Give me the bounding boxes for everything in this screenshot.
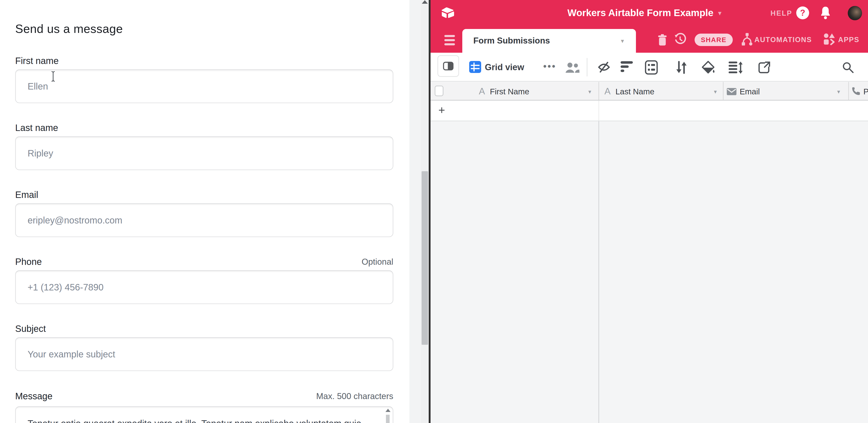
table-tab-label: Form Submissions <box>473 36 550 46</box>
email-icon <box>727 88 737 95</box>
sidebar-menu-button[interactable] <box>444 35 455 48</box>
group-icon[interactable] <box>645 60 658 74</box>
email-label: Email <box>15 190 38 200</box>
ibeam-cursor-icon <box>50 71 57 82</box>
contact-form-pane: Send us a message First name Last name E… <box>0 0 409 423</box>
textarea-scrollbar[interactable] <box>384 409 392 423</box>
airtable-pane: Workers Airtable Form Example ▾ HELP ? F… <box>431 0 868 423</box>
last-name-label: Last name <box>15 123 58 133</box>
toolbar-divider <box>587 58 587 77</box>
airtable-topbar: Workers Airtable Form Example ▾ HELP ? <box>431 0 868 27</box>
column-caret-icon[interactable]: ▾ <box>588 88 591 95</box>
search-icon[interactable] <box>842 61 854 73</box>
help-button[interactable]: HELP <box>771 9 792 18</box>
sort-icon[interactable] <box>675 61 688 74</box>
first-name-label: First name <box>15 56 59 66</box>
trash-icon[interactable] <box>657 34 668 47</box>
column-divider <box>723 82 723 100</box>
automations-icon[interactable] <box>742 32 752 47</box>
base-title[interactable]: Workers Airtable Form Example <box>567 7 713 19</box>
column-divider <box>598 82 599 100</box>
column-caret-icon[interactable]: ▾ <box>714 88 717 95</box>
browser-scrollbar[interactable] <box>421 0 429 423</box>
row-height-icon[interactable] <box>728 61 743 74</box>
view-name[interactable]: Grid view <box>485 62 524 72</box>
sidebar-toggle-icon <box>443 62 454 70</box>
message-label: Message <box>15 391 53 401</box>
column-divider <box>598 121 599 423</box>
share-view-icon[interactable] <box>757 61 771 74</box>
text-field-icon: A <box>479 86 485 96</box>
column-divider <box>598 100 599 121</box>
phone-icon <box>851 87 861 96</box>
collaborators-icon[interactable] <box>565 62 580 73</box>
hide-fields-icon[interactable] <box>597 61 611 73</box>
page-gutter <box>409 0 421 423</box>
notifications-bell-icon[interactable] <box>820 6 831 20</box>
subject-input[interactable] <box>15 337 393 371</box>
phone-label: Phone <box>15 256 42 267</box>
screen: Send us a message First name Last name E… <box>0 0 868 423</box>
message-max-hint: Max. 500 characters <box>253 391 393 401</box>
window-divider <box>429 0 431 423</box>
add-row[interactable]: + <box>431 100 868 121</box>
grid-view-icon[interactable] <box>469 61 481 73</box>
automations-label[interactable]: AUTOMATIONS <box>754 36 812 44</box>
scrollbar-up-arrow-icon[interactable] <box>422 0 428 4</box>
share-button[interactable]: SHARE <box>694 34 733 46</box>
text-field-icon: A <box>604 86 611 96</box>
grid-body <box>431 121 868 423</box>
first-name-input[interactable] <box>15 69 393 103</box>
airtable-logo-icon[interactable] <box>441 5 455 20</box>
column-caret-icon[interactable]: ▾ <box>837 88 840 95</box>
textarea-scroll-thumb[interactable] <box>386 415 390 423</box>
toggle-sidebar-button[interactable] <box>437 55 459 77</box>
scroll-up-arrow-icon[interactable] <box>385 409 391 412</box>
page-title: Send us a message <box>15 22 123 36</box>
history-icon[interactable] <box>674 33 686 46</box>
email-input[interactable] <box>15 204 393 237</box>
phone-input[interactable] <box>15 270 393 304</box>
view-options-ellipsis[interactable]: ••• <box>543 61 556 71</box>
color-icon[interactable] <box>702 61 715 74</box>
add-row-plus-icon[interactable]: + <box>438 103 445 117</box>
column-divider <box>848 82 849 100</box>
last-name-input[interactable] <box>15 137 393 170</box>
grid-column-header-row: A First Name ▾ A Last Name ▾ Email ▾ <box>431 81 868 100</box>
user-avatar[interactable] <box>848 6 862 20</box>
subject-label: Subject <box>15 324 46 334</box>
scrollbar-thumb[interactable] <box>422 171 428 345</box>
share-label: SHARE <box>701 36 726 44</box>
help-question-icon[interactable]: ? <box>796 6 809 19</box>
apps-label[interactable]: APPS <box>838 36 859 44</box>
filter-icon[interactable] <box>621 61 633 72</box>
select-all-checkbox[interactable] <box>435 86 443 96</box>
base-title-caret-icon[interactable]: ▾ <box>718 9 721 17</box>
tab-form-submissions[interactable]: Form Submissions ▾ <box>462 29 636 53</box>
message-textarea[interactable]: Tenetur optio quaerat expedita vero et i… <box>15 406 393 423</box>
phone-optional-hint: Optional <box>253 257 393 267</box>
apps-icon[interactable] <box>824 33 835 46</box>
table-tab-caret-icon[interactable]: ▾ <box>621 37 624 44</box>
